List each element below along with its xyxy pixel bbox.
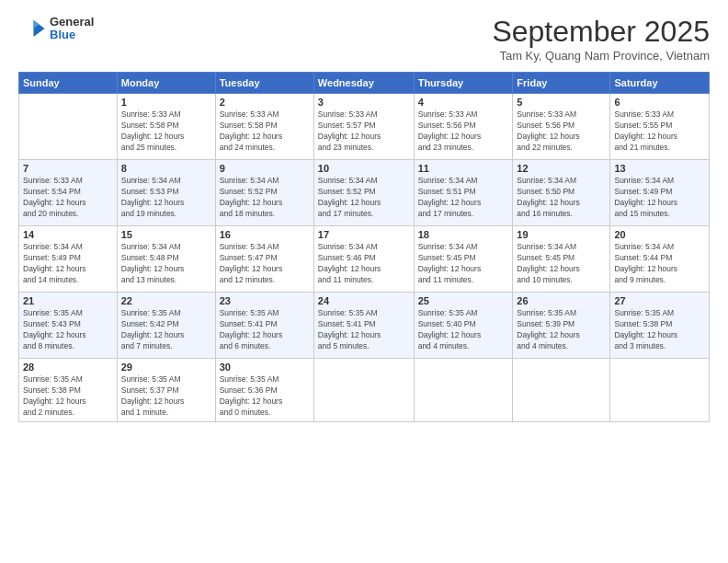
table-row: 6Sunrise: 5:33 AM Sunset: 5:55 PM Daylig…: [610, 94, 710, 160]
day-number: 9: [220, 163, 310, 174]
day-number: 13: [614, 163, 705, 174]
location-subtitle: Tam Ky, Quang Nam Province, Vietnam: [492, 49, 710, 63]
page: General Blue September 2025 Tam Ky, Quan…: [0, 0, 728, 563]
day-number: 14: [23, 229, 113, 240]
table-row: [414, 359, 513, 422]
logo-general-text: General: [50, 16, 94, 29]
table-row: 22Sunrise: 5:35 AM Sunset: 5:42 PM Dayli…: [117, 293, 215, 359]
table-row: 10Sunrise: 5:34 AM Sunset: 5:52 PM Dayli…: [313, 160, 414, 226]
header-thursday: Thursday: [414, 73, 513, 94]
day-info: Sunrise: 5:33 AM Sunset: 5:58 PM Dayligh…: [220, 109, 310, 154]
logo: General Blue: [18, 15, 94, 42]
day-info: Sunrise: 5:34 AM Sunset: 5:46 PM Dayligh…: [318, 242, 410, 286]
table-row: 16Sunrise: 5:34 AM Sunset: 5:47 PM Dayli…: [215, 226, 313, 293]
calendar-week-row: 28Sunrise: 5:35 AM Sunset: 5:38 PM Dayli…: [19, 359, 710, 422]
day-number: 15: [121, 229, 211, 240]
table-row: 1Sunrise: 5:33 AM Sunset: 5:58 PM Daylig…: [117, 94, 215, 160]
calendar-week-row: 14Sunrise: 5:34 AM Sunset: 5:49 PM Dayli…: [19, 226, 710, 293]
table-row: 11Sunrise: 5:34 AM Sunset: 5:51 PM Dayli…: [414, 160, 513, 226]
calendar-week-row: 1Sunrise: 5:33 AM Sunset: 5:58 PM Daylig…: [19, 94, 710, 160]
day-number: 18: [418, 229, 509, 240]
day-info: Sunrise: 5:35 AM Sunset: 5:41 PM Dayligh…: [220, 308, 310, 352]
table-row: 27Sunrise: 5:35 AM Sunset: 5:38 PM Dayli…: [610, 293, 710, 359]
day-number: 22: [121, 295, 211, 306]
table-row: [19, 94, 118, 160]
table-row: 2Sunrise: 5:33 AM Sunset: 5:58 PM Daylig…: [215, 94, 313, 160]
day-info: Sunrise: 5:34 AM Sunset: 5:52 PM Dayligh…: [220, 176, 310, 220]
day-number: 26: [517, 295, 606, 306]
day-number: 23: [220, 295, 310, 306]
day-number: 6: [614, 97, 705, 108]
day-info: Sunrise: 5:34 AM Sunset: 5:49 PM Dayligh…: [23, 242, 113, 286]
day-number: 24: [318, 295, 410, 306]
day-number: 12: [517, 163, 606, 174]
logo-blue-text: Blue: [50, 29, 94, 41]
day-number: 4: [418, 97, 509, 108]
header-saturday: Saturday: [610, 73, 710, 94]
header-friday: Friday: [513, 73, 610, 94]
day-info: Sunrise: 5:34 AM Sunset: 5:50 PM Dayligh…: [517, 176, 606, 220]
day-number: 28: [23, 362, 113, 373]
table-row: [513, 359, 610, 422]
day-number: 3: [318, 97, 410, 108]
day-info: Sunrise: 5:34 AM Sunset: 5:45 PM Dayligh…: [517, 242, 606, 286]
table-row: 13Sunrise: 5:34 AM Sunset: 5:49 PM Dayli…: [610, 160, 710, 226]
table-row: 12Sunrise: 5:34 AM Sunset: 5:50 PM Dayli…: [513, 160, 610, 226]
table-row: 29Sunrise: 5:35 AM Sunset: 5:37 PM Dayli…: [117, 359, 215, 422]
day-info: Sunrise: 5:33 AM Sunset: 5:57 PM Dayligh…: [318, 109, 410, 154]
table-row: 23Sunrise: 5:35 AM Sunset: 5:41 PM Dayli…: [215, 293, 313, 359]
table-row: 3Sunrise: 5:33 AM Sunset: 5:57 PM Daylig…: [313, 94, 414, 160]
header-monday: Monday: [117, 73, 215, 94]
day-info: Sunrise: 5:34 AM Sunset: 5:45 PM Dayligh…: [418, 242, 509, 286]
day-number: 30: [220, 362, 310, 373]
day-info: Sunrise: 5:34 AM Sunset: 5:44 PM Dayligh…: [614, 242, 705, 286]
calendar-table: Sunday Monday Tuesday Wednesday Thursday…: [18, 72, 710, 422]
day-number: 21: [23, 295, 113, 306]
table-row: 9Sunrise: 5:34 AM Sunset: 5:52 PM Daylig…: [215, 160, 313, 226]
day-info: Sunrise: 5:35 AM Sunset: 5:36 PM Dayligh…: [220, 374, 310, 419]
table-row: [313, 359, 414, 422]
month-title: September 2025: [492, 15, 710, 49]
day-info: Sunrise: 5:35 AM Sunset: 5:43 PM Dayligh…: [23, 308, 113, 352]
table-row: 20Sunrise: 5:34 AM Sunset: 5:44 PM Dayli…: [610, 226, 710, 293]
day-info: Sunrise: 5:33 AM Sunset: 5:56 PM Dayligh…: [517, 109, 606, 154]
day-info: Sunrise: 5:35 AM Sunset: 5:40 PM Dayligh…: [418, 308, 509, 352]
calendar-week-row: 21Sunrise: 5:35 AM Sunset: 5:43 PM Dayli…: [19, 293, 710, 359]
day-number: 10: [318, 163, 410, 174]
day-number: 20: [614, 229, 705, 240]
table-row: 4Sunrise: 5:33 AM Sunset: 5:56 PM Daylig…: [414, 94, 513, 160]
title-block: September 2025 Tam Ky, Quang Nam Provinc…: [492, 15, 710, 63]
day-info: Sunrise: 5:34 AM Sunset: 5:48 PM Dayligh…: [121, 242, 211, 286]
day-number: 8: [121, 163, 211, 174]
day-number: 16: [220, 229, 310, 240]
day-info: Sunrise: 5:34 AM Sunset: 5:51 PM Dayligh…: [418, 176, 509, 220]
day-number: 29: [121, 362, 211, 373]
day-info: Sunrise: 5:35 AM Sunset: 5:37 PM Dayligh…: [121, 374, 211, 419]
table-row: 26Sunrise: 5:35 AM Sunset: 5:39 PM Dayli…: [513, 293, 610, 359]
day-number: 11: [418, 163, 509, 174]
header-wednesday: Wednesday: [313, 73, 414, 94]
day-number: 7: [23, 163, 113, 174]
table-row: 28Sunrise: 5:35 AM Sunset: 5:38 PM Dayli…: [19, 359, 118, 422]
day-info: Sunrise: 5:33 AM Sunset: 5:58 PM Dayligh…: [121, 109, 211, 154]
table-row: 18Sunrise: 5:34 AM Sunset: 5:45 PM Dayli…: [414, 226, 513, 293]
day-info: Sunrise: 5:33 AM Sunset: 5:56 PM Dayligh…: [418, 109, 509, 154]
day-info: Sunrise: 5:35 AM Sunset: 5:39 PM Dayligh…: [517, 308, 606, 352]
table-row: 7Sunrise: 5:33 AM Sunset: 5:54 PM Daylig…: [19, 160, 118, 226]
header-tuesday: Tuesday: [215, 73, 313, 94]
table-row: 21Sunrise: 5:35 AM Sunset: 5:43 PM Dayli…: [19, 293, 118, 359]
day-number: 5: [517, 97, 606, 108]
table-row: [610, 359, 710, 422]
header-sunday: Sunday: [19, 73, 118, 94]
table-row: 19Sunrise: 5:34 AM Sunset: 5:45 PM Dayli…: [513, 226, 610, 293]
day-number: 1: [121, 97, 211, 108]
table-row: 17Sunrise: 5:34 AM Sunset: 5:46 PM Dayli…: [313, 226, 414, 293]
day-number: 2: [220, 97, 310, 108]
table-row: 8Sunrise: 5:34 AM Sunset: 5:53 PM Daylig…: [117, 160, 215, 226]
day-info: Sunrise: 5:33 AM Sunset: 5:54 PM Dayligh…: [23, 176, 113, 220]
calendar-header-row: Sunday Monday Tuesday Wednesday Thursday…: [19, 73, 710, 94]
table-row: 30Sunrise: 5:35 AM Sunset: 5:36 PM Dayli…: [215, 359, 313, 422]
day-info: Sunrise: 5:34 AM Sunset: 5:49 PM Dayligh…: [614, 176, 705, 220]
day-info: Sunrise: 5:34 AM Sunset: 5:53 PM Dayligh…: [121, 176, 211, 220]
day-info: Sunrise: 5:34 AM Sunset: 5:52 PM Dayligh…: [318, 176, 410, 220]
